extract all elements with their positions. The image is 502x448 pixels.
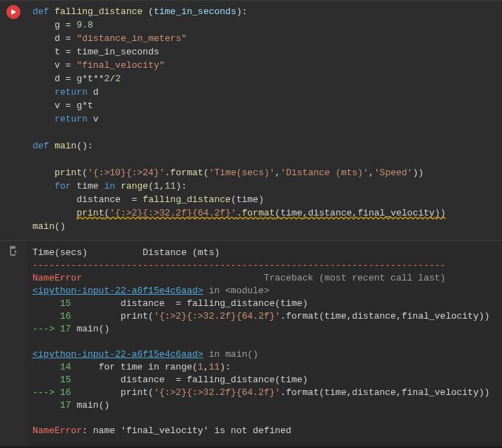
- output-icon: [8, 245, 19, 257]
- play-icon: [10, 8, 17, 16]
- run-button[interactable]: [6, 5, 20, 19]
- cell-gutter: [0, 1, 27, 240]
- output-cell: Time(secs) Distance (mts) --------------…: [0, 240, 502, 446]
- code-editor[interactable]: def falling_distance (time_in_seconds): …: [27, 1, 502, 240]
- output-text: Time(secs) Distance (mts) --------------…: [27, 241, 502, 446]
- output-gutter: [0, 241, 27, 446]
- code-cell: def falling_distance (time_in_seconds): …: [0, 0, 502, 240]
- svg-marker-0: [11, 9, 16, 15]
